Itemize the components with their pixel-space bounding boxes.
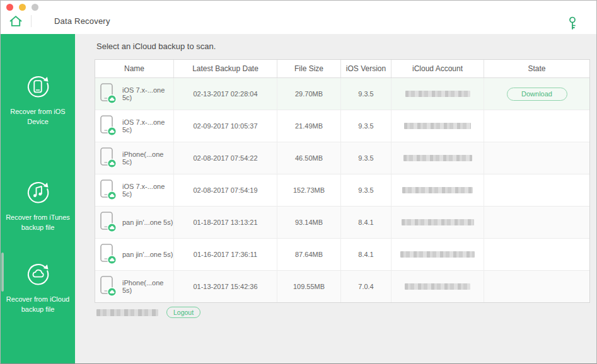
main-content: Select an iCloud backup to scan. Name La…	[75, 34, 596, 363]
section-heading: Select an iCloud backup to scan.	[96, 42, 216, 51]
home-button[interactable]	[9, 14, 23, 28]
key-icon	[567, 16, 577, 31]
device-backup-cloud-icon	[100, 275, 117, 299]
backup-date: 02-08-2017 07:54:19	[174, 174, 277, 206]
backup-size: 109.55MB	[277, 271, 341, 302]
name-cell: iOS 7.x-...one 5c)	[95, 174, 174, 206]
sidebar-item-recover-itunes-backup[interactable]: Recover from iTunes backup file	[1, 178, 75, 232]
backup-version: 7.0.4	[341, 271, 391, 302]
table-row[interactable]: iOS 7.x-...one 5c) 02-08-2017 07:54:19 1…	[95, 174, 589, 206]
state-cell	[484, 110, 589, 142]
backup-version: 9.3.5	[341, 78, 391, 110]
device-backup-cloud-icon	[100, 211, 117, 234]
account-footer: Logout	[96, 307, 200, 318]
backup-size: 29.70MB	[277, 78, 341, 110]
table-row[interactable]: iPhone(...one 5c) 02-08-2017 07:54:22 46…	[95, 142, 589, 174]
device-backup-cloud-icon	[100, 82, 117, 106]
device-backup-cloud-icon	[100, 115, 117, 138]
backup-version: 8.4.1	[341, 239, 391, 270]
device-backup-cloud-icon	[100, 179, 117, 202]
state-cell	[484, 174, 589, 206]
backup-date: 02-09-2017 10:05:37	[174, 110, 277, 142]
backup-size: 21.49MB	[277, 110, 341, 142]
backup-name: iOS 7.x-...one 5c)	[122, 86, 173, 101]
state-cell: Download	[484, 78, 589, 110]
backup-size: 93.14MB	[277, 207, 341, 238]
sidebar: Recover from iOS Device Recover from iTu…	[1, 34, 75, 363]
account-cell	[391, 239, 484, 270]
sidebar-item-label: Recover from iTunes backup file	[1, 209, 75, 232]
account-cell	[391, 207, 484, 238]
backup-name: iOS 7.x-...one 5c)	[122, 118, 173, 134]
backup-version: 9.3.5	[341, 174, 391, 206]
column-header-account: iCloud Account	[391, 60, 484, 77]
column-header-date: Latest Backup Date	[174, 60, 277, 77]
backup-size: 152.73MB	[277, 174, 341, 206]
backup-date: 02-13-2017 02:28:04	[174, 78, 277, 110]
sidebar-item-recover-icloud-backup[interactable]: Recover from iCloud backup file	[1, 259, 75, 314]
icloud-account-redacted	[405, 91, 470, 97]
account-cell	[391, 78, 484, 110]
backup-name: iPhone(...one 5s)	[122, 279, 173, 294]
zoom-window-button[interactable]	[32, 4, 38, 11]
icloud-account-redacted	[404, 123, 471, 129]
sidebar-item-label: Recover from iCloud backup file	[1, 291, 75, 314]
close-window-button[interactable]	[6, 4, 13, 11]
state-cell	[484, 142, 589, 174]
itunes-backup-restore-icon	[23, 178, 52, 209]
table-row[interactable]: pan jin'...one 5s) 01-18-2017 13:13:21 9…	[95, 206, 589, 238]
column-header-state: State	[484, 60, 589, 77]
sidebar-item-label: Recover from iOS Device	[1, 103, 75, 127]
backup-version: 9.3.5	[341, 142, 391, 174]
icloud-backup-restore-icon	[23, 259, 52, 291]
name-cell: pan jin'...one 5s)	[95, 207, 174, 238]
column-header-size: File Size	[277, 60, 341, 77]
backup-table: Name Latest Backup Date File Size iOS Ve…	[95, 59, 590, 303]
minimize-window-button[interactable]	[19, 4, 26, 11]
device-backup-cloud-icon	[100, 147, 117, 170]
icloud-account-redacted	[405, 283, 470, 290]
name-cell: iPhone(...one 5s)	[95, 271, 174, 302]
home-icon	[9, 14, 23, 28]
register-button[interactable]	[567, 16, 577, 31]
traffic-lights	[6, 4, 38, 11]
column-header-name: Name	[95, 60, 174, 77]
name-cell: pan jin'...one 5s)	[95, 239, 174, 270]
state-cell	[484, 271, 589, 302]
table-row[interactable]: pan jin'...one 5s) 01-16-2017 17:36:11 8…	[95, 238, 589, 270]
account-cell	[391, 110, 484, 142]
backup-name: pan jin'...one 5s)	[122, 219, 173, 226]
titlebar-divider	[31, 15, 32, 27]
backup-date: 01-13-2017 15:42:36	[174, 271, 277, 302]
backup-size: 46.50MB	[277, 142, 341, 174]
backup-version: 8.4.1	[341, 207, 391, 238]
icloud-account-redacted	[402, 187, 473, 193]
app-window: Data Recovery Recover from iOS Device	[0, 0, 597, 364]
column-header-version: iOS Version	[341, 60, 391, 77]
logged-in-account-redacted	[96, 309, 158, 316]
backup-date: 02-08-2017 07:54:22	[174, 142, 277, 174]
sidebar-scrollbar[interactable]	[1, 253, 4, 292]
logout-button[interactable]: Logout	[166, 307, 200, 318]
table-row[interactable]: iOS 7.x-...one 5c) 02-13-2017 02:28:04 2…	[95, 78, 589, 110]
account-cell	[391, 142, 484, 174]
sidebar-item-recover-ios-device[interactable]: Recover from iOS Device	[1, 72, 75, 127]
icloud-account-redacted	[403, 155, 472, 161]
download-button[interactable]: Download	[507, 88, 567, 101]
backup-date: 01-16-2017 17:36:11	[174, 239, 277, 270]
state-cell	[484, 239, 589, 270]
device-backup-cloud-icon	[100, 243, 117, 266]
name-cell: iOS 7.x-...one 5c)	[95, 78, 174, 110]
backup-name: iOS 7.x-...one 5c)	[122, 183, 173, 198]
icloud-account-redacted	[400, 251, 475, 258]
name-cell: iOS 7.x-...one 5c)	[95, 110, 174, 142]
name-cell: iPhone(...one 5c)	[95, 142, 174, 174]
account-cell	[391, 174, 484, 206]
table-body: iOS 7.x-...one 5c) 02-13-2017 02:28:04 2…	[95, 78, 589, 302]
backup-version: 9.3.5	[341, 110, 391, 142]
backup-size: 87.64MB	[277, 239, 341, 270]
title-bar: Data Recovery	[1, 1, 596, 35]
icloud-account-redacted	[402, 219, 474, 225]
table-row[interactable]: iOS 7.x-...one 5c) 02-09-2017 10:05:37 2…	[95, 110, 589, 142]
table-row[interactable]: iPhone(...one 5s) 01-13-2017 15:42:36 10…	[95, 270, 589, 302]
